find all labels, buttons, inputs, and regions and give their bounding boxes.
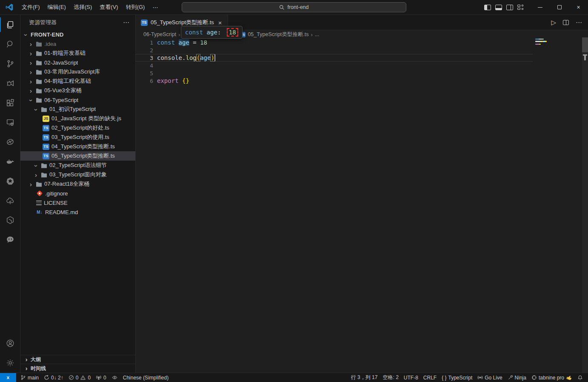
tree-file-03-ts[interactable]: TS 03_TypeScript的使用.ts: [20, 133, 135, 142]
tree-folder-07-react[interactable]: › 07-React18全家桶: [20, 179, 135, 189]
tree-label: 04_TypeScript类型推断.ts: [51, 143, 115, 150]
breadcrumb-file[interactable]: 05_TypeScript类型推断.ts: [248, 31, 308, 38]
kubernetes-icon[interactable]: [0, 171, 20, 191]
indentation-status[interactable]: 空格: 2: [380, 373, 401, 382]
run-debug-icon[interactable]: [0, 74, 20, 93]
run-file-icon[interactable]: ▷: [551, 19, 556, 26]
remote-indicator-button[interactable]: [0, 373, 16, 382]
remote-explorer-icon[interactable]: [0, 113, 20, 132]
eol-status[interactable]: CRLF: [421, 373, 439, 382]
editor-actions: ▷ ⋯: [551, 19, 582, 26]
outline-section[interactable]: › 大纲: [20, 355, 135, 364]
split-editor-icon[interactable]: [563, 20, 569, 25]
explorer-icon[interactable]: [0, 15, 20, 34]
tool-extension-icon[interactable]: [0, 132, 20, 152]
tree-file-license[interactable]: LICENSE: [20, 198, 135, 207]
toggle-secondary-sidebar-icon[interactable]: [506, 5, 513, 10]
minimize-button[interactable]: [531, 0, 550, 15]
ninja-status[interactable]: Ninja: [505, 373, 529, 382]
tabnine-status[interactable]: tabnine pro: [529, 373, 575, 382]
tree-folder-idea[interactable]: › .idea: [20, 39, 135, 48]
code-area[interactable]: 1 const age = 18 2 3 console.log(age) 4 …: [136, 39, 582, 373]
package-cube-icon[interactable]: [0, 210, 20, 230]
menu-select[interactable]: 选择(S): [70, 2, 96, 13]
menu-view[interactable]: 查看(V): [96, 2, 122, 13]
chevron-right-icon: ›: [24, 356, 29, 363]
eol-label: CRLF: [423, 375, 437, 381]
language-mode-status[interactable]: { } TypeScript: [439, 373, 475, 382]
tree-folder-01[interactable]: › 01-前端开发基础: [20, 48, 135, 58]
breadcrumb-symbol-more[interactable]: ...: [315, 31, 319, 37]
tree-file-gitignore[interactable]: .gitignore: [20, 189, 135, 198]
folder-icon: [36, 69, 42, 75]
screencast-status[interactable]: [109, 373, 120, 382]
menu-goto[interactable]: 转到(G): [122, 2, 149, 13]
editor-scrollbar[interactable]: [582, 37, 588, 373]
tree-label: 06-TypeScript: [44, 97, 78, 103]
customize-layout-icon[interactable]: [517, 4, 525, 10]
git-branch-status[interactable]: main: [18, 373, 41, 382]
toggle-primary-sidebar-icon[interactable]: [484, 5, 491, 10]
tree-folder-05[interactable]: › 05-Vue3全家桶: [20, 86, 135, 95]
tree-folder-03-mianxiang[interactable]: › 03_TypeScript面向对象: [20, 170, 135, 179]
git-sync-status[interactable]: 0↓ 2↑: [41, 373, 66, 382]
thumbs-up-icon: [566, 375, 572, 381]
tree-file-04-ts[interactable]: TS 04_TypeScript类型推断.ts: [20, 142, 135, 151]
test-tree-icon[interactable]: [0, 191, 20, 210]
tree-folder-06-typescript[interactable]: › 06-TypeScript: [20, 95, 135, 105]
cursor-position-status[interactable]: 行 3，列 17: [348, 373, 380, 382]
menu-file[interactable]: 文件(F): [18, 2, 44, 13]
token-age-arg: age: [200, 54, 211, 61]
tree-file-readme[interactable]: M↓ README.md: [20, 207, 135, 217]
hover-const: const: [185, 29, 207, 36]
tree-label: 07-React18全家桶: [44, 180, 89, 188]
tree-folder-01-chushi[interactable]: › 01_初识TypeScript: [20, 105, 135, 114]
tab-close-icon[interactable]: ×: [217, 19, 223, 26]
warning-icon: [80, 375, 86, 380]
menu-bar: 文件(F) 编辑(E) 选择(S) 查看(V) 转到(G) ⋯: [18, 2, 162, 13]
tree-folder-03[interactable]: › 03-常用的JavaScript库: [20, 67, 135, 76]
source-control-icon[interactable]: [0, 54, 20, 74]
go-live-status[interactable]: Go Live: [475, 373, 505, 382]
accounts-icon[interactable]: [0, 334, 20, 353]
timeline-section[interactable]: › 时间线: [20, 364, 135, 373]
tree-file-05-ts-selected[interactable]: TS 05_TypeScript类型推断.ts: [20, 151, 135, 161]
close-button[interactable]: ×: [569, 0, 588, 15]
editor-more-actions-icon[interactable]: ⋯: [576, 19, 582, 26]
tree-file-02-ts[interactable]: TS 02_TypeScript的好处.ts: [20, 123, 135, 133]
tree-root-front-end[interactable]: › FRONT-END: [20, 30, 135, 39]
error-count: 0: [76, 375, 79, 381]
display-language-label: Chinese (Simplified): [123, 375, 168, 381]
chevron-right-icon: ›: [28, 88, 34, 94]
menu-more-icon[interactable]: ⋯: [148, 3, 162, 12]
chevron-down-icon: ›: [33, 107, 40, 112]
explorer-more-actions-icon[interactable]: ⋯: [123, 19, 129, 26]
problems-status[interactable]: 0 0: [66, 373, 93, 382]
search-view-icon[interactable]: [0, 34, 20, 54]
command-center-search[interactable]: front-end: [182, 2, 406, 12]
tree-label: FRONT-END: [31, 31, 64, 38]
code-line-3-active: 3 console.log(age): [136, 54, 533, 62]
display-language-status[interactable]: Chinese (Simplified): [120, 373, 171, 382]
breadcrumb-folder[interactable]: 06-TypeScript: [143, 31, 176, 37]
tree-file-01-js[interactable]: JS 01_JavaScript 类型的缺失.js: [20, 114, 135, 123]
tree-folder-02-yufa[interactable]: › 02_TypeScript语法细节: [20, 161, 135, 170]
toggle-panel-icon[interactable]: [495, 5, 502, 10]
ports-status[interactable]: 0: [93, 373, 109, 382]
tree-folder-04[interactable]: › 04-前端工程化基础: [20, 76, 135, 86]
encoding-status[interactable]: UTF-8: [401, 373, 421, 382]
code-line-6: 6 export {}: [136, 77, 533, 85]
code-chat-icon[interactable]: [0, 230, 20, 249]
settings-gear-icon[interactable]: [0, 353, 20, 373]
chevron-right-icon: ›: [28, 181, 34, 187]
menu-edit[interactable]: 编辑(E): [44, 2, 70, 13]
maximize-button[interactable]: [550, 0, 569, 15]
scrollbar-thumb[interactable]: [582, 37, 588, 52]
folder-icon: [41, 172, 47, 178]
extensions-icon[interactable]: [0, 93, 20, 113]
tree-folder-02[interactable]: › 02-JavaScript: [20, 58, 135, 67]
notifications-status[interactable]: [575, 373, 585, 382]
folder-icon: [36, 88, 42, 93]
docker-icon[interactable]: [0, 152, 20, 171]
type-hover-tooltip: const age : 18: [181, 26, 243, 39]
